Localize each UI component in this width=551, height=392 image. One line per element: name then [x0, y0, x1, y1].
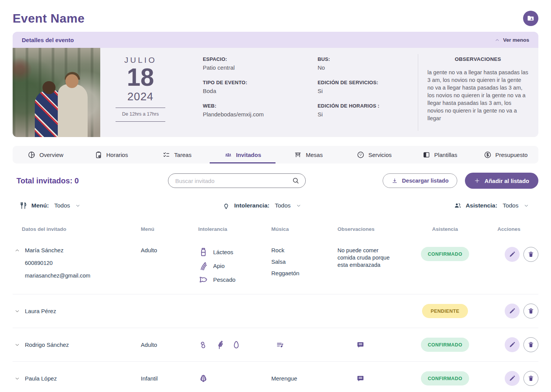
edit-guest-button[interactable]: [505, 304, 520, 318]
add-to-list-label: Añadir al listado: [484, 178, 529, 184]
tab-overview[interactable]: Overview: [13, 146, 78, 163]
details-body: JULIO 18 2024 De 12hrs a 17hrs ESPACIO:P…: [13, 48, 538, 137]
observations-block: OBSERVACIONES la gente no va a llegar ha…: [418, 48, 538, 137]
guest-datos-cell: Laura Pérez: [13, 308, 127, 314]
column-header-menu: Menú: [127, 226, 185, 232]
chevron-down-icon[interactable]: [15, 309, 20, 314]
photo-figure: [58, 84, 88, 137]
search-input[interactable]: [175, 178, 292, 184]
search-icon[interactable]: [292, 177, 300, 185]
guest-name: Laura Pérez: [25, 308, 56, 314]
collapse-label: Ver menos: [503, 37, 529, 43]
chevron-up-icon[interactable]: [15, 248, 20, 253]
clipboard-clock-icon: [95, 151, 103, 159]
row-actions: [479, 304, 538, 318]
filter-menu[interactable]: Menú:Todos: [19, 201, 80, 210]
edit-guest-button[interactable]: [505, 371, 520, 386]
guest-status-cell: CONFIRMADO: [411, 247, 479, 261]
delete-guest-button[interactable]: [523, 371, 538, 386]
guest-music-cell: Merengue: [258, 375, 321, 382]
edit-guest-button[interactable]: [505, 247, 520, 262]
intolerance-label: Apio: [213, 263, 225, 269]
cutlery-icon: [19, 201, 28, 210]
divider: [116, 108, 165, 108]
pencil-icon: [509, 251, 516, 258]
intolerance-label: Lácteos: [213, 249, 233, 255]
fish-icon: [198, 274, 209, 285]
tab-mesas[interactable]: Mesas: [276, 146, 341, 163]
filter-label: Menú:: [31, 202, 49, 209]
guest-status-cell: PENDIENTE: [411, 304, 479, 318]
tab-bar: OverviewHorariosTareasInvitadosMesasServ…: [13, 146, 538, 163]
guest-row: María Sánchez600890120mariasanchez@gmail…: [13, 238, 538, 294]
info-column: ESPACIO:Patio centralTIPO DE EVENTO:Boda…: [203, 48, 318, 137]
celery-icon: [198, 261, 209, 271]
add-to-list-button[interactable]: Añadir al listado: [465, 173, 538, 189]
guest-name: María Sánchez: [25, 247, 64, 253]
tab-label: Overview: [39, 152, 64, 158]
delete-guest-button[interactable]: [523, 247, 538, 262]
column-header-musica: Música: [258, 226, 321, 232]
tab-servicios[interactable]: Servicios: [341, 146, 407, 163]
tab-horarios[interactable]: Horarios: [78, 146, 144, 163]
guest-name: Rodrigo Sánchez: [25, 341, 69, 348]
tab-label: Horarios: [106, 152, 128, 158]
table-icon: [294, 151, 302, 159]
filter-label: Asistencia:: [466, 202, 497, 209]
guest-observations-cell: [321, 341, 411, 349]
chevron-down-icon[interactable]: [15, 376, 20, 381]
table-body: María Sánchez600890120mariasanchez@gmail…: [13, 238, 538, 392]
guest-menu-cell: Adulto: [127, 247, 185, 254]
guest-name-row: Paula López: [15, 375, 127, 382]
chevron-up-icon: [495, 38, 500, 42]
delete-guest-button[interactable]: [523, 337, 538, 352]
download-list-button[interactable]: Descargar listado: [383, 173, 458, 188]
total-guests-label: Total invitados: 0: [16, 176, 79, 185]
people-icon: [224, 151, 232, 159]
tab-invitados[interactable]: Invitados: [210, 146, 276, 163]
tab-presupuesto[interactable]: Presupuesto: [473, 146, 538, 163]
event-page: Event Name Detalles del evento Ver menos…: [0, 0, 551, 392]
guest-row: Rodrigo SánchezAdultoCONFIRMADO: [13, 328, 538, 362]
filter-intolerancia[interactable]: Intolerancia:Todos: [222, 201, 301, 210]
guest-menu-cell: Infantil: [127, 375, 185, 382]
intolerance-list: LácteosApioPescado: [198, 247, 258, 285]
guest-observations-text: No puede comer comida cruda porque esta …: [337, 247, 396, 269]
tab-plantillas[interactable]: Plantillas: [407, 146, 473, 163]
field-value: Boda: [203, 88, 318, 94]
field-value: Patio central: [203, 64, 318, 71]
pencil-icon: [509, 307, 516, 315]
field-label: BUS:: [318, 56, 418, 62]
tab-label: Presupuesto: [496, 152, 528, 158]
status-badge: CONFIRMADO: [421, 338, 469, 352]
tab-tareas[interactable]: Tareas: [144, 146, 210, 163]
filter-value: Todos: [54, 202, 70, 209]
wheat-icon: [215, 340, 225, 350]
guest-actions-cell: [479, 371, 538, 386]
column-header-acciones: Acciones: [479, 226, 538, 232]
music-list: RockSalsaReggaetón: [271, 247, 321, 276]
row-actions: [479, 337, 538, 352]
guest-intolerance-cell: [185, 373, 258, 384]
guest-status-cell: CONFIRMADO: [411, 338, 479, 352]
event-details-card: Detalles del evento Ver menos JULIO 18 2…: [13, 32, 538, 137]
event-contacts-button[interactable]: [523, 11, 538, 26]
tab-label: Mesas: [306, 152, 323, 158]
observations-title: OBSERVACIONES: [427, 56, 528, 62]
layout-icon: [422, 151, 430, 159]
guest-menu-cell: Adulto: [127, 341, 185, 348]
egg-icon: [231, 340, 241, 350]
edit-guest-button[interactable]: [505, 337, 520, 352]
collapse-details-button[interactable]: Ver menos: [495, 37, 529, 43]
guest-name-row: Laura Pérez: [15, 308, 127, 314]
chevron-down-icon[interactable]: [15, 342, 20, 348]
guest-datos-cell: Rodrigo Sánchez: [13, 341, 127, 348]
photo-figure: [42, 81, 55, 94]
guest-menu-value: Infantil: [141, 375, 158, 382]
column-header-asistencia: Asistencia: [411, 226, 479, 232]
event-date: JULIO 18 2024 De 12hrs a 17hrs: [112, 48, 169, 137]
filter-asistencia[interactable]: Asistencia:Todos: [453, 201, 529, 210]
chevron-down-icon: [296, 203, 301, 208]
delete-guest-button[interactable]: [523, 304, 538, 318]
guest-intolerance-cell: LácteosApioPescado: [185, 247, 258, 285]
